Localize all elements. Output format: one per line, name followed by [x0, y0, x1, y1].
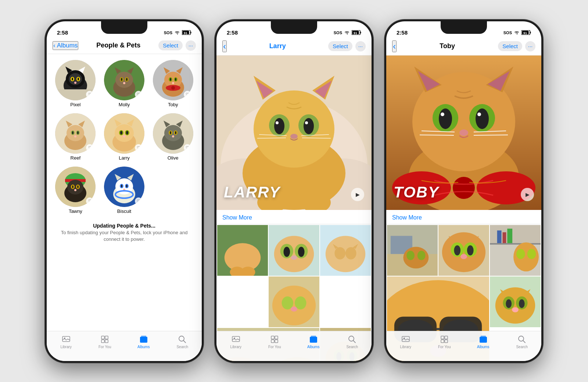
person-circle-molly: ♡ — [104, 60, 144, 100]
tab-bar-2: Library For You Albums — [216, 331, 372, 361]
nav-actions-3: Select ··· — [498, 41, 535, 51]
person-item-biscuit[interactable]: ♡ Biscuit — [103, 167, 146, 214]
toby-content: TOBY ▶ Show More — [386, 56, 541, 361]
svg-point-35 — [170, 78, 171, 81]
svg-point-71 — [170, 131, 171, 134]
status-time-3: 2:58 — [397, 29, 408, 36]
svg-point-157 — [272, 285, 316, 325]
svg-rect-233 — [497, 230, 502, 243]
svg-point-204 — [476, 108, 489, 129]
heart-icon-tawny: ♡ — [86, 197, 93, 205]
notch — [101, 21, 147, 34]
notch-2 — [271, 21, 317, 34]
person-item-molly[interactable]: ♡ Molly — [103, 60, 146, 107]
toby-photo-2[interactable] — [438, 225, 489, 276]
svg-point-39 — [172, 82, 174, 84]
tab-library-3[interactable]: Library — [386, 335, 425, 349]
select-button-2[interactable]: Select — [328, 41, 352, 51]
svg-point-93 — [121, 185, 122, 188]
larry-photo-3[interactable] — [320, 225, 371, 276]
tab-library-2[interactable]: Library — [216, 335, 255, 349]
person-item-reef[interactable]: ♡ Reef — [54, 113, 97, 161]
phone-1: 2:58 SOS 91 ‹ Albums — [45, 20, 203, 363]
back-label-1: Albums — [57, 42, 78, 49]
more-button-2[interactable]: ··· — [355, 41, 366, 51]
more-button-1[interactable]: ··· — [186, 40, 196, 51]
person-item-larry[interactable]: ♡ Larry — [103, 113, 146, 161]
search-icon-3 — [517, 335, 526, 344]
larry-photo-4[interactable] — [269, 276, 319, 327]
select-button-3[interactable]: Select — [498, 41, 522, 51]
svg-rect-190 — [530, 32, 531, 33]
select-button-1[interactable]: Select — [158, 40, 183, 50]
show-more-button-2[interactable]: Show More — [222, 214, 252, 221]
toby-hero-name: TOBY — [394, 183, 439, 201]
person-item-toby[interactable]: ♡ Toby — [151, 60, 194, 107]
tab-foryou-3[interactable]: For You — [425, 335, 464, 349]
toby-photo-1[interactable] — [387, 225, 438, 276]
tab-label-library-2: Library — [230, 345, 241, 349]
tab-search-3[interactable]: Search — [503, 335, 542, 349]
nav-bar-2: ‹ Larry Select ··· — [216, 39, 372, 56]
show-more-section-3: Show More — [386, 210, 541, 224]
svg-point-147 — [283, 247, 290, 257]
svg-rect-105 — [140, 337, 147, 343]
search-icon-1 — [178, 335, 187, 344]
wifi-icon-3 — [514, 31, 520, 35]
heart-icon-larry: ♡ — [135, 144, 142, 151]
svg-rect-182 — [275, 336, 278, 339]
back-button-2[interactable]: ‹ — [222, 40, 227, 52]
larry-photo-1[interactable] — [217, 225, 268, 276]
person-item-tawny[interactable]: ♡ Tawny — [54, 167, 97, 214]
svg-point-86 — [74, 189, 76, 191]
tab-albums-1[interactable]: Albums — [124, 335, 163, 349]
back-chevron-icon-3: ‹ — [393, 41, 396, 51]
svg-rect-102 — [105, 336, 108, 339]
person-circle-larry: ♡ — [104, 113, 144, 154]
svg-point-160 — [291, 306, 297, 311]
tab-label-albums-2: Albums — [307, 345, 319, 349]
back-button-1[interactable]: ‹ Albums — [53, 41, 78, 50]
tab-albums-3[interactable]: Albums — [464, 335, 503, 349]
play-button-2[interactable]: ▶ — [351, 188, 364, 201]
person-name-olive: Olive — [168, 155, 179, 161]
updating-message: Updating People & Pets... To finish upda… — [47, 220, 202, 246]
svg-point-49 — [77, 131, 79, 134]
show-more-button-3[interactable]: Show More — [392, 214, 422, 221]
svg-point-214 — [453, 177, 475, 199]
svg-point-250 — [495, 287, 535, 324]
svg-rect-101 — [101, 336, 104, 339]
svg-point-149 — [291, 255, 297, 260]
svg-rect-234 — [503, 232, 506, 243]
back-button-3[interactable]: ‹ — [392, 40, 397, 52]
tab-search-1[interactable]: Search — [163, 335, 202, 349]
tab-search-2[interactable]: Search — [333, 335, 372, 349]
albums-icon-1 — [139, 335, 148, 344]
albums-icon-2 — [309, 335, 318, 344]
svg-point-222 — [442, 232, 485, 272]
svg-point-128 — [305, 121, 308, 124]
toby-photo-5[interactable] — [490, 276, 541, 327]
play-button-3[interactable]: ▶ — [521, 188, 534, 201]
person-item-pixel[interactable]: ♡ Pixel — [54, 60, 97, 107]
larry-photo-2[interactable] — [269, 225, 319, 276]
foryou-icon-2 — [270, 335, 279, 344]
sos-icon-1: SOS — [164, 31, 172, 35]
tab-library-1[interactable]: Library — [47, 335, 86, 349]
back-chevron-icon-1: ‹ — [53, 42, 55, 49]
person-name-reef: Reef — [71, 155, 80, 161]
show-more-section-2: Show More — [216, 210, 372, 224]
tab-albums-2[interactable]: Albums — [294, 335, 333, 349]
svg-point-125 — [274, 118, 284, 134]
more-button-3[interactable]: ··· — [525, 41, 535, 51]
tab-foryou-2[interactable]: For You — [255, 335, 294, 349]
svg-line-267 — [523, 340, 525, 343]
back-chevron-icon-2: ‹ — [223, 41, 226, 51]
person-item-olive[interactable]: ♡ Olive — [151, 113, 194, 161]
status-icons-2: SOS 91 — [334, 30, 361, 35]
tab-label-foryou-3: For You — [438, 345, 451, 349]
tab-foryou-1[interactable]: For You — [86, 335, 125, 349]
toby-photo-3[interactable] — [490, 225, 541, 276]
phone-3: 2:58 SOS 91 ‹ Toby — [385, 20, 543, 363]
svg-point-151 — [326, 236, 365, 272]
